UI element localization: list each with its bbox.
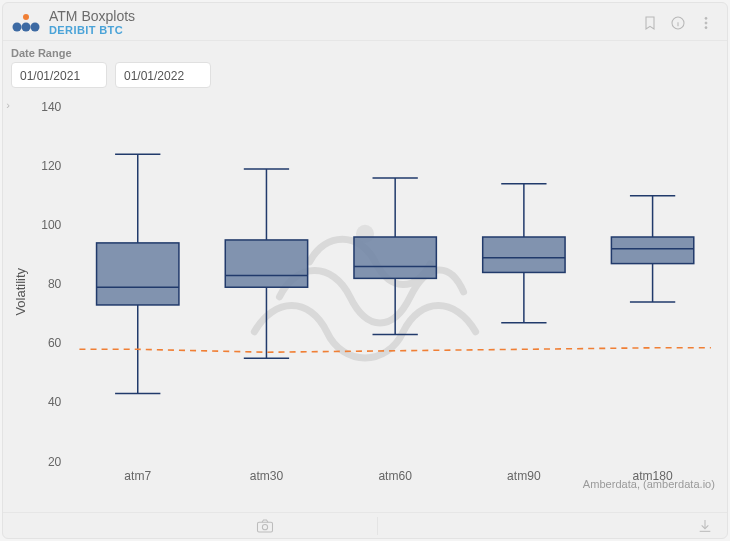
svg-rect-27: [354, 237, 436, 278]
y-tick-label: 20: [48, 455, 62, 469]
x-tick-label: atm7: [124, 469, 151, 483]
svg-point-0: [23, 14, 29, 20]
svg-rect-21: [225, 240, 307, 287]
date-range-label: Date Range: [11, 47, 719, 59]
controls-row: Date Range 01/01/2021 01/01/2022: [3, 41, 727, 92]
svg-rect-41: [257, 522, 272, 532]
y-tick-label: 120: [41, 160, 61, 174]
bookmark-icon[interactable]: [639, 12, 661, 34]
svg-rect-15: [97, 243, 179, 305]
box-series: [97, 155, 694, 394]
y-tick-label: 40: [48, 396, 62, 410]
x-tick-label: atm90: [507, 469, 541, 483]
box: [611, 196, 693, 302]
y-tick-label: 80: [48, 278, 62, 292]
header-bar: ATM Boxplots DERIBIT BTC: [3, 3, 727, 41]
svg-rect-33: [483, 237, 565, 272]
footer-bar: [3, 512, 727, 538]
svg-point-42: [262, 524, 267, 529]
svg-point-8: [705, 22, 707, 24]
footer-divider: [377, 517, 378, 535]
brand-logo: [11, 12, 41, 34]
svg-point-7: [705, 17, 707, 19]
card-title: ATM Boxplots: [49, 9, 135, 24]
box: [225, 170, 307, 359]
y-tick-label: 60: [48, 337, 62, 351]
svg-point-9: [705, 26, 707, 28]
info-icon[interactable]: [667, 12, 689, 34]
svg-point-3: [31, 22, 40, 31]
y-axis-label: Volatility: [13, 268, 28, 316]
y-tick-label: 100: [41, 219, 61, 233]
box: [97, 155, 179, 394]
download-icon[interactable]: [695, 516, 715, 536]
more-icon[interactable]: [695, 12, 717, 34]
x-tick-label: atm60: [378, 469, 412, 483]
y-axis: 20406080100120140: [41, 100, 61, 469]
y-tick-label: 140: [41, 100, 61, 114]
svg-rect-39: [611, 237, 693, 264]
camera-icon[interactable]: [253, 516, 277, 536]
card-subtitle: DERIBIT BTC: [49, 24, 135, 36]
plot-area: 20406080100120140 Volatility atm7atm30at…: [3, 92, 727, 512]
attribution-text: Amberdata, (amberdata.io): [583, 478, 715, 490]
date-from-input[interactable]: 01/01/2021: [11, 62, 107, 88]
date-to-input[interactable]: 01/01/2022: [115, 62, 211, 88]
chart-card: ATM Boxplots DERIBIT BTC Date Range 01/0…: [2, 2, 728, 539]
x-tick-label: atm30: [250, 469, 284, 483]
svg-point-1: [13, 22, 22, 31]
svg-point-2: [22, 22, 31, 31]
boxplot-chart: 20406080100120140 Volatility atm7atm30at…: [3, 92, 727, 512]
box: [483, 184, 565, 323]
